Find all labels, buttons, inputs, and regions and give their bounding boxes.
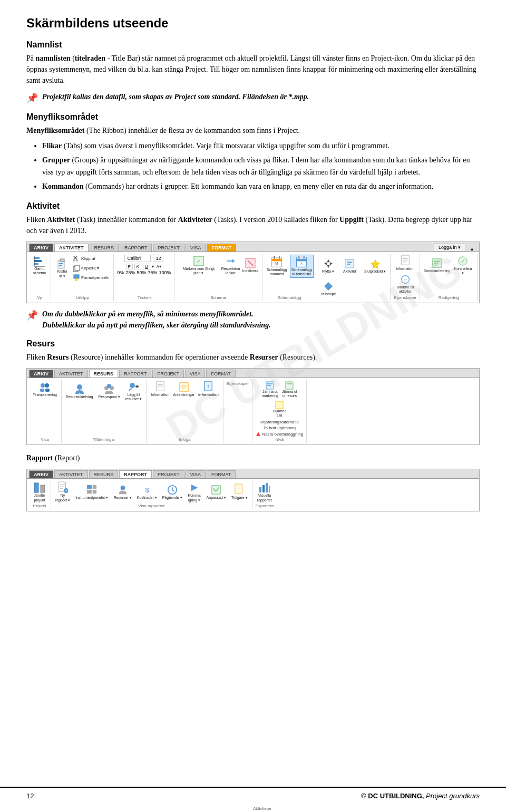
btn-jamna-ut-markering[interactable]: Jämna utmarkering <box>261 381 279 399</box>
btn-komma-igang[interactable]: Kommaigång ▾ <box>187 481 202 503</box>
footer: 12 © DC UTBILDNING, Project grundkurs <box>0 787 506 804</box>
anteckningar-label: Anteckningar <box>173 393 194 397</box>
svg-text:✓: ✓ <box>197 258 201 264</box>
text-size-125[interactable]: 100% <box>159 270 171 275</box>
btn-lagg-till-resurser[interactable]: Lägg tillresurser ▾ <box>124 381 143 402</box>
btn-anpassad[interactable]: Anpassad ▾ <box>206 484 227 500</box>
btn-anteckningar[interactable]: Anteckningar <box>172 381 196 398</box>
font-size[interactable]: 12 <box>153 255 163 262</box>
jamna-ut-resurser-icon <box>285 381 294 390</box>
tab-arkiv[interactable]: ARKIV <box>29 244 53 252</box>
font-name[interactable]: Calibri <box>124 255 151 262</box>
btn-information1[interactable]: Information <box>395 255 415 272</box>
text-size-75[interactable]: 50% <box>137 270 146 275</box>
btn-tidigare-rapporter[interactable]: Tidigare ▾ <box>230 484 249 500</box>
tab-resurs[interactable]: RESURS <box>90 244 119 252</box>
tab-rapport[interactable]: RAPPORT <box>120 244 152 252</box>
group-visa-rapporter-label: Visa rapporter <box>138 504 164 508</box>
instrumentpaneler-label: Instrumentpaneler ▾ <box>75 496 108 500</box>
group-aktiviteter-btn: Flytta ▾ Aktivitet Slutprodukt ▾ <box>317 254 391 301</box>
tab2-rapport[interactable]: RAPPORT <box>119 370 151 378</box>
btn-inaktivera[interactable]: Inaktivera <box>242 257 259 274</box>
text-size-100[interactable]: 75% <box>148 270 157 275</box>
btn-aktivitet-ctrl[interactable]: Aktivitet <box>342 257 357 274</box>
btn-respektera-lankar[interactable]: Respekteralänkar <box>221 255 240 276</box>
btn-kontrollera[interactable]: ✓ Kontrollera ▾ <box>452 255 474 276</box>
tab2-projekt[interactable]: PROJEKT <box>152 370 184 378</box>
tab3-rapport[interactable]: RAPPORT <box>119 470 152 478</box>
schemalagg-automatiskt-icon: A <box>296 256 307 268</box>
btn-utjamna-alla[interactable]: Utjämnaalla <box>271 400 287 419</box>
btn-bold[interactable]: F <box>126 264 133 269</box>
svg-rect-55 <box>45 389 50 392</box>
tab2-arkiv[interactable]: ARKIV <box>29 370 53 378</box>
flytta-icon <box>323 258 334 269</box>
instrumentpaneler-icon <box>86 484 98 496</box>
tab-visa[interactable]: VISA <box>186 244 206 252</box>
btn-milstolpe[interactable]: Milstolpe <box>320 280 337 297</box>
svg-point-60 <box>107 384 111 388</box>
btn-visuella-rapporter[interactable]: Visuellarapporter <box>256 481 273 503</box>
text-size-decrease[interactable]: 0% <box>117 270 124 275</box>
btn-flytta[interactable]: Flytta ▾ <box>320 257 336 274</box>
btn-ny-rapport[interactable]: + Nyrapport ▾ <box>54 481 71 503</box>
tab-projekt[interactable]: PROJEKT <box>153 244 184 252</box>
btn-schemalagg-automatiskt[interactable]: A Schemaläggautomatiskt <box>290 255 314 278</box>
btn-underline[interactable]: U <box>143 264 150 269</box>
btn-slutprodukt[interactable]: Slutprodukt ▾ <box>363 257 387 274</box>
btn-gantt-schema[interactable]: Gantt-schema <box>32 255 47 276</box>
btn-klista-in[interactable]: Klistrain ▾ <box>54 257 70 279</box>
btn-resurstilldelning[interactable]: + Resurstilldelning <box>65 383 94 400</box>
btn-markera-som[interactable]: ✓ Markera som Enligt plan ▾ <box>178 255 219 276</box>
tab-format[interactable]: FORMAT <box>207 244 236 252</box>
resurser-rapport-icon <box>117 484 129 496</box>
svg-rect-6 <box>60 259 64 262</box>
btn-resurser-rapport[interactable]: Resurser ▾ <box>113 484 133 500</box>
btn-kopiera[interactable]: Kopiera ▾ <box>72 264 110 273</box>
btn-bladra-till-aktivitet[interactable]: → Bläddra tillaktivitet <box>395 273 415 295</box>
tab-aktivitet[interactable]: AKTIVITET <box>54 244 89 252</box>
btn-sammanfattning[interactable]: Sammanfattning <box>423 257 451 274</box>
btn-instrumentpaneler[interactable]: Instrumentpaneler ▾ <box>74 484 109 500</box>
flytta-label: Flytta ▾ <box>322 269 334 274</box>
tab2-resurs[interactable]: RESURS <box>89 370 119 378</box>
btn-jamna-ut-resurser[interactable]: Jämna utut resurs <box>281 381 298 399</box>
btn-kostnader[interactable]: $ Kostnader ▾ <box>136 484 158 500</box>
btn-jamfor-projekt[interactable]: Jämförprojekt <box>32 481 47 503</box>
ribbon-collapse-btn[interactable]: ▴ <box>466 246 477 252</box>
tab3-visa[interactable]: VISA <box>186 470 206 478</box>
information3-icon: i <box>202 381 214 393</box>
resurs-heading: Resurs <box>26 339 480 349</box>
btn-information3-bold[interactable]: i Information <box>197 381 220 398</box>
group-schemalagg: M Schemaläggmanuellt A <box>262 254 317 301</box>
svg-point-52 <box>41 383 45 388</box>
btn-information2[interactable]: Information <box>150 381 170 398</box>
group-vy: Gantt-schema Vy <box>28 254 51 301</box>
svg-rect-81 <box>41 485 45 492</box>
btn-resurspool[interactable]: Resurspool ▾ <box>97 383 121 400</box>
btn-italic[interactable]: K <box>134 264 141 269</box>
tab2-format[interactable]: FORMAT <box>206 370 235 378</box>
text-size-increase[interactable]: 25% <box>125 270 135 275</box>
btn-teamplanering[interactable]: Teamplanering <box>32 381 58 398</box>
tab3-format[interactable]: FORMAT <box>207 470 236 478</box>
tab3-aktivitet[interactable]: AKTIVITET <box>54 470 88 478</box>
information2-icon <box>154 381 166 393</box>
group-urklipp-label: Urklipp <box>76 295 89 300</box>
sammanfattning-label: Sammanfattning <box>424 269 451 273</box>
tab2-visa[interactable]: VISA <box>185 370 206 378</box>
btn-text-color[interactable]: A▾ <box>155 264 162 269</box>
aktivitet-heading: Aktivitet <box>26 201 480 211</box>
tab2-aktivitet[interactable]: AKTIVITET <box>54 370 88 378</box>
btn-schemalagg-manuellt[interactable]: M Schemaläggmanuellt <box>266 256 288 277</box>
btn-pagaende[interactable]: Pågående ▾ <box>161 484 183 500</box>
tab3-projekt[interactable]: PROJEKT <box>153 470 184 478</box>
footer-brand: © DC UTBILDNING, Project grundkurs <box>361 792 480 800</box>
lagg-till-resurser-label: Lägg tillresurser ▾ <box>125 393 142 402</box>
group-tilldelningar-label: Tilldelningar <box>93 437 115 442</box>
btn-klipp-ut[interactable]: Klipp ut <box>72 255 110 263</box>
tab3-resurs[interactable]: RESURS <box>89 470 119 478</box>
tab3-arkiv[interactable]: ARKIV <box>29 470 53 478</box>
btn-formatpenseln[interactable]: Formatpenseln <box>72 274 110 282</box>
logga-in-btn[interactable]: Logga in ▾ <box>434 243 465 252</box>
